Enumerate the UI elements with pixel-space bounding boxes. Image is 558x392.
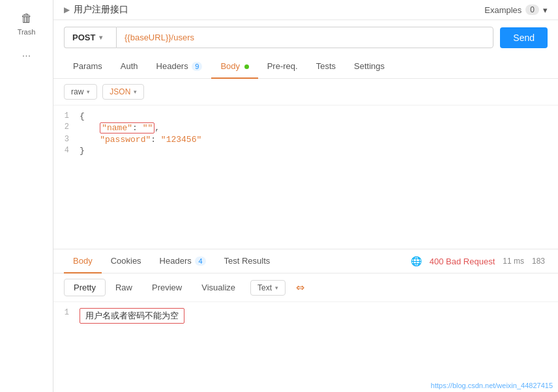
raw-chevron-icon: ▾: [87, 89, 90, 95]
sidebar-more-button[interactable]: ···: [0, 42, 53, 70]
request-tabs-bar: Params Auth Headers 9 Body Pre-req. Test…: [53, 55, 558, 79]
text-select-chevron-icon: ▾: [275, 285, 278, 291]
resp-body-bar: Pretty Raw Preview Visualize Text ▾ ⇔: [53, 273, 558, 302]
name-field-highlight: "name": "": [100, 122, 154, 133]
line-number: 1: [53, 308, 80, 317]
raw-label: raw: [71, 87, 83, 96]
resp-headers-badge: 4: [195, 257, 205, 266]
line-number: 4: [53, 146, 80, 155]
tab-tests[interactable]: Tests: [307, 55, 345, 79]
page-title: 用户注册接口: [74, 4, 128, 16]
text-format-label: Text: [257, 283, 272, 292]
resp-format-visualize[interactable]: Visualize: [192, 279, 245, 296]
title-bar: ▶ 用户注册接口 Examples 0 ▾: [53, 0, 558, 20]
body-subbar: raw ▾ JSON ▾: [53, 79, 558, 105]
url-input[interactable]: [116, 27, 493, 48]
main-panel: ▶ 用户注册接口 Examples 0 ▾ POST ▾ Send Params…: [53, 0, 558, 392]
response-area: Body Cookies Headers 4 Test Results 🌐 40…: [53, 249, 558, 329]
body-dot-indicator: [244, 64, 249, 69]
resp-format-raw[interactable]: Raw: [106, 279, 142, 296]
json-chevron-icon: ▾: [134, 89, 137, 95]
raw-select[interactable]: raw ▾: [64, 84, 97, 100]
code-line-2: 2 "name": "",: [53, 122, 558, 134]
resp-tab-cookies[interactable]: Cookies: [102, 249, 151, 273]
send-button[interactable]: Send: [500, 27, 548, 48]
error-message: 用户名或者密码不能为空: [80, 308, 184, 324]
tab-settings[interactable]: Settings: [345, 55, 394, 79]
json-label: JSON: [110, 87, 130, 96]
line-number: 1: [53, 111, 80, 120]
code-line-1: 1 {: [53, 111, 558, 122]
wrap-lines-icon[interactable]: ⇔: [296, 281, 304, 294]
line-number: 2: [53, 122, 80, 132]
url-bar: POST ▾ Send: [53, 20, 558, 55]
code-line-3: 3 "password": "123456": [53, 134, 558, 145]
resp-format-preview[interactable]: Preview: [142, 279, 192, 296]
tab-auth[interactable]: Auth: [111, 55, 147, 79]
resp-tab-test-results[interactable]: Test Results: [215, 249, 280, 273]
trash-icon: 🗑: [21, 12, 33, 25]
examples-label: Examples: [484, 5, 521, 15]
tab-body[interactable]: Body: [211, 55, 257, 79]
more-dots: ···: [22, 50, 31, 62]
title-left: ▶ 用户注册接口: [64, 4, 128, 16]
response-size: 183: [532, 257, 545, 266]
title-right: Examples 0 ▾: [484, 5, 548, 15]
method-select[interactable]: POST ▾: [64, 27, 116, 48]
globe-icon: 🌐: [411, 256, 422, 266]
tab-headers[interactable]: Headers 9: [147, 55, 212, 79]
tab-prereq[interactable]: Pre-req.: [258, 55, 307, 79]
resp-content: 1 用户名或者密码不能为空: [53, 302, 558, 329]
resp-tab-body[interactable]: Body: [64, 249, 102, 273]
resp-line-1: 1 用户名或者密码不能为空: [53, 307, 558, 324]
examples-chevron-icon[interactable]: ▾: [543, 5, 548, 15]
method-chevron-icon: ▾: [99, 34, 102, 41]
sidebar-item-label: Trash: [18, 28, 36, 36]
response-time: 11 ms: [503, 257, 524, 266]
code-line-4: 4 }: [53, 145, 558, 156]
response-tabs-bar: Body Cookies Headers 4 Test Results 🌐 40…: [53, 249, 558, 273]
watermark: https://blog.csdn.net/weixin_44827415: [431, 382, 553, 389]
text-format-select[interactable]: Text ▾: [250, 280, 286, 296]
resp-tab-headers[interactable]: Headers 4: [151, 249, 215, 273]
tab-params[interactable]: Params: [64, 55, 111, 79]
resp-format-pretty[interactable]: Pretty: [64, 279, 106, 296]
resp-status-bar: 🌐 400 Bad Request 11 ms 183: [411, 256, 548, 266]
sidebar-item-trash[interactable]: 🗑 Trash: [0, 5, 53, 42]
sidebar: 🗑 Trash ···: [0, 0, 53, 392]
method-label: POST: [72, 33, 95, 42]
line-number: 3: [53, 135, 80, 144]
headers-badge: 9: [192, 62, 202, 71]
status-badge: 400 Bad Request: [430, 257, 495, 266]
json-select[interactable]: JSON ▾: [102, 84, 144, 100]
examples-badge: 0: [525, 5, 539, 15]
expand-chevron[interactable]: ▶: [64, 5, 70, 14]
code-editor[interactable]: 1 { 2 "name": "", 3 "password": "123456"…: [53, 105, 558, 249]
